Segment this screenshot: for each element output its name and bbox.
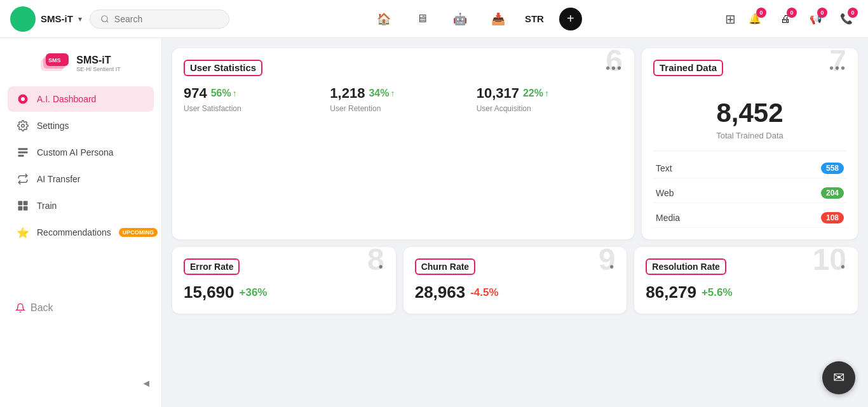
- sidebar-item-label-transfer: AI Transfer: [37, 174, 80, 184]
- sidebar-item-train[interactable]: Train: [8, 193, 154, 218]
- main-content: User Statistics ••• 974 56% ↑ User S: [162, 38, 868, 407]
- resolution-rate-card: Resolution Rate • 86,279 +5.6% 10: [634, 247, 858, 314]
- search-input[interactable]: [114, 14, 219, 24]
- notif-phone[interactable]: 📞0: [835, 8, 858, 30]
- acquisition-pct: 22% ↑: [523, 88, 549, 99]
- dashboard-icon: [17, 93, 29, 105]
- notif-megaphone[interactable]: 📢0: [804, 8, 827, 30]
- sidebar-item-ai-dashboard[interactable]: A.I. Dashboard: [8, 86, 154, 112]
- sidebar-back[interactable]: Back: [0, 295, 161, 321]
- user-stats-header: User Statistics •••: [184, 60, 623, 76]
- sidebar-item-settings[interactable]: Settings: [8, 113, 154, 138]
- main-layout: SMS SMS-iT SE-Hi Sentient IT A.I. Dashbo…: [0, 38, 868, 407]
- error-rate-value-row: 15,690 +36%: [184, 283, 384, 302]
- grid-icon[interactable]: ⊞: [725, 11, 736, 27]
- search-bar[interactable]: [90, 10, 229, 29]
- acquisition-arrow: ↑: [545, 88, 549, 98]
- sidebar-sub: SE-Hi Sentient IT: [76, 66, 121, 72]
- user-stats-title: User Statistics: [190, 62, 256, 73]
- brand-dropdown[interactable]: ▾: [78, 15, 82, 23]
- notif-bell[interactable]: 🔔0: [743, 8, 766, 30]
- retention-value-row: 1,218 34% ↑: [330, 85, 476, 102]
- retention-label: User Retention: [330, 104, 476, 113]
- sidebar-logo-icon: SMS: [41, 53, 71, 74]
- churn-rate-menu[interactable]: •: [609, 260, 615, 274]
- upcoming-badge: UPCOMING: [119, 228, 158, 237]
- satisfaction-label: User Satisfaction: [184, 104, 330, 113]
- resolution-rate-value-row: 86,279 +5.6%: [646, 283, 846, 302]
- resolution-rate-title-box: Resolution Rate: [646, 258, 726, 275]
- cat-text-badge: 558: [821, 163, 844, 174]
- resolution-rate-menu[interactable]: •: [841, 260, 846, 274]
- brand-area: SMS-iT ▾: [10, 6, 82, 32]
- metric-acquisition: 10,317 22% ↑ User Acquisition: [477, 85, 623, 113]
- sidebar-item-recommendations[interactable]: ⭐ Recommendations UPCOMING: [8, 220, 154, 245]
- settings-icon: [17, 119, 29, 132]
- svg-point-8: [22, 124, 25, 128]
- brand-name: SMS-iT: [41, 13, 73, 24]
- user-statistics-card: User Statistics ••• 974 56% ↑ User S: [172, 48, 634, 239]
- sidebar: SMS SMS-iT SE-Hi Sentient IT A.I. Dashbo…: [0, 38, 162, 407]
- notif-badge-3: 0: [817, 8, 827, 18]
- trained-data-menu[interactable]: •••: [829, 61, 846, 76]
- topnav: SMS-iT ▾ 🏠 🖥 🤖 📥 STR + ⊞ 🔔0 🖨0 📢0 📞0: [0, 0, 868, 38]
- bot-icon[interactable]: 🤖: [449, 8, 471, 30]
- train-icon: [17, 199, 29, 212]
- bottom-cards-row: Error Rate • 15,690 +36% 8 Churn Rate •: [172, 247, 858, 314]
- user-stats-title-box: User Statistics: [184, 60, 262, 76]
- topnav-right: ⊞ 🔔0 🖨0 📢0 📞0: [725, 8, 858, 30]
- resolution-rate-pct: +5.6%: [702, 286, 733, 299]
- satisfaction-arrow: ↑: [233, 88, 237, 98]
- trained-data-header: Trained Data •••: [653, 60, 846, 76]
- satisfaction-num: 974: [184, 85, 207, 102]
- top-cards-row: User Statistics ••• 974 56% ↑ User S: [172, 48, 858, 239]
- cat-text-label: Text: [656, 163, 672, 173]
- error-rate-num: 15,690: [184, 283, 234, 302]
- user-stats-metrics: 974 56% ↑ User Satisfaction 1,218: [184, 85, 623, 113]
- sidebar-item-label-dashboard: A.I. Dashboard: [37, 94, 96, 104]
- svg-point-0: [102, 15, 107, 21]
- recommendations-icon: ⭐: [17, 226, 29, 239]
- search-icon: [100, 15, 109, 23]
- retention-arrow: ↑: [390, 88, 395, 98]
- monitor-icon[interactable]: 🖥: [410, 8, 433, 30]
- churn-rate-value-row: 28,963 -4.5%: [415, 283, 616, 302]
- acquisition-num: 10,317: [477, 85, 519, 102]
- trained-cat-text: Text 558: [653, 159, 846, 178]
- svg-rect-14: [18, 206, 23, 211]
- cat-web-label: Web: [656, 188, 674, 198]
- home-icon[interactable]: 🏠: [372, 8, 395, 30]
- trained-data-card: Trained Data ••• 8,452 Total Trained Dat…: [642, 48, 858, 239]
- churn-rate-num: 28,963: [415, 283, 466, 302]
- sidebar-collapse[interactable]: ◄: [0, 370, 161, 397]
- back-label: Back: [31, 302, 53, 314]
- sidebar-item-custom-ai-persona[interactable]: Custom AI Persona: [8, 140, 154, 165]
- trained-cat-media: Media 108: [653, 208, 846, 228]
- metric-retention: 1,218 34% ↑ User Retention: [330, 85, 476, 113]
- notif-badge-1: 0: [756, 8, 766, 18]
- trained-data-title-box: Trained Data: [653, 60, 723, 76]
- user-stats-menu[interactable]: •••: [606, 61, 623, 76]
- notif-print[interactable]: 🖨0: [774, 8, 797, 30]
- chat-button[interactable]: ✉: [822, 361, 855, 394]
- sidebar-brand: SMS-iT: [76, 55, 111, 65]
- str-label[interactable]: STR: [525, 13, 544, 24]
- churn-rate-pct: -4.5%: [470, 286, 498, 299]
- persona-icon: [17, 146, 29, 159]
- error-rate-pct: +36%: [240, 286, 268, 299]
- trained-total: 8,452 Total Trained Data: [653, 85, 846, 150]
- resolution-rate-title: Resolution Rate: [652, 262, 720, 272]
- sidebar-nav: A.I. Dashboard Settings Custom AI Person…: [0, 86, 161, 245]
- tray-icon[interactable]: 📥: [487, 8, 510, 30]
- add-button[interactable]: +: [559, 8, 582, 30]
- trained-total-num: 8,452: [653, 98, 846, 128]
- sidebar-item-ai-transfer[interactable]: AI Transfer: [8, 166, 154, 192]
- svg-rect-13: [24, 201, 28, 206]
- cat-media-label: Media: [656, 213, 680, 223]
- churn-rate-title: Churn Rate: [421, 262, 469, 272]
- acquisition-label: User Acquisition: [477, 104, 623, 113]
- sidebar-logo: SMS SMS-iT SE-Hi Sentient IT: [0, 48, 161, 86]
- error-rate-menu[interactable]: •: [379, 260, 384, 274]
- trained-data-title: Trained Data: [660, 62, 717, 73]
- satisfaction-pct: 56% ↑: [211, 88, 237, 99]
